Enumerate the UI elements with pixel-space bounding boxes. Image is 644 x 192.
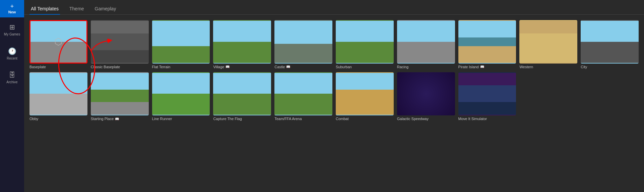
card-thumbnail-team-ffa — [274, 72, 332, 116]
card-thumbnail-suburban — [336, 20, 394, 64]
template-card-city[interactable]: City — [581, 20, 639, 69]
card-label-castle: Castle📖 — [274, 65, 332, 69]
card-thumbnail-capture-flag — [213, 72, 271, 116]
template-card-galactic[interactable]: Galactic Speedway — [397, 72, 455, 121]
book-icon: 📖 — [480, 65, 484, 69]
card-thumbnail-baseplate — [29, 20, 87, 64]
card-label-suburban: Suburban — [336, 65, 394, 69]
card-thumbnail-village — [213, 20, 271, 64]
book-icon: 📖 — [286, 65, 290, 69]
card-label-text: Racing — [397, 65, 408, 69]
card-thumbnail-western — [519, 20, 577, 64]
card-label-text: Capture The Flag — [213, 117, 242, 121]
card-label-baseplate: Baseplate — [29, 65, 87, 69]
card-thumbnail-pirate-island — [458, 20, 516, 64]
card-label-text: Obby — [29, 117, 38, 121]
card-label-text: Castle — [274, 65, 285, 69]
card-label-classic-baseplate: Classic Baseplate — [91, 65, 149, 69]
card-label-racing: Racing — [397, 65, 455, 69]
card-label-text: Western — [519, 65, 533, 69]
template-card-baseplate[interactable]: Baseplate — [29, 20, 87, 69]
tab-all-templates[interactable]: All Templates — [29, 3, 60, 15]
card-thumbnail-obby — [29, 72, 87, 116]
card-label-team-ffa: Team/FFA Arena — [274, 117, 332, 121]
card-label-capture-flag: Capture The Flag — [213, 117, 271, 121]
card-label-text: City — [581, 65, 587, 69]
new-label: New — [8, 10, 16, 14]
clock-icon: 🕐 — [8, 47, 16, 55]
card-label-text: Combat — [336, 117, 349, 121]
card-thumbnail-city — [581, 20, 639, 64]
card-thumbnail-classic-baseplate — [91, 20, 149, 64]
template-grid-row1: BaseplateClassic BaseplateFlat TerrainVi… — [29, 20, 639, 69]
card-label-text: Suburban — [336, 65, 352, 69]
sidebar-item-label: Recent — [7, 57, 17, 60]
card-thumbnail-galactic — [397, 72, 455, 116]
card-label-combat: Combat — [336, 117, 394, 121]
template-card-line-runner[interactable]: Line Runner — [152, 72, 210, 121]
plus-icon: + — [10, 3, 14, 9]
template-card-racing[interactable]: Racing — [397, 20, 455, 69]
card-thumbnail-castle — [274, 20, 332, 64]
main-content: All Templates Theme Gameplay BaseplateCl… — [24, 0, 644, 192]
template-card-move-it[interactable]: Move It Simulator — [458, 72, 516, 121]
card-label-western: Western — [519, 65, 577, 69]
archive-icon: 🗄 — [9, 71, 15, 79]
new-button[interactable]: + New — [0, 0, 24, 17]
card-label-text: Move It Simulator — [458, 117, 487, 121]
book-icon: 📖 — [226, 65, 230, 69]
card-label-text: Pirate Island — [458, 65, 479, 69]
grid-area: BaseplateClassic BaseplateFlat TerrainVi… — [24, 15, 644, 192]
card-label-text: Baseplate — [29, 65, 46, 69]
card-label-flat-terrain: Flat Terrain — [152, 65, 210, 69]
card-label-text: Flat Terrain — [152, 65, 171, 69]
template-card-village[interactable]: Village📖 — [213, 20, 271, 69]
card-thumbnail-starting-place — [91, 72, 149, 116]
grid-container: BaseplateClassic BaseplateFlat TerrainVi… — [29, 20, 639, 121]
tab-gameplay[interactable]: Gameplay — [93, 3, 118, 15]
card-thumbnail-combat — [336, 72, 394, 116]
card-label-text: Village — [213, 65, 224, 69]
card-label-text: Line Runner — [152, 117, 172, 121]
card-thumbnail-racing — [397, 20, 455, 64]
card-label-galactic: Galactic Speedway — [397, 117, 455, 121]
games-icon: ⊞ — [9, 23, 15, 31]
card-thumbnail-line-runner — [152, 72, 210, 116]
tab-bar: All Templates Theme Gameplay — [24, 0, 644, 15]
card-label-text: Galactic Speedway — [397, 117, 429, 121]
template-grid-row2: ObbyStarting Place📖Line RunnerCapture Th… — [29, 72, 639, 121]
template-card-suburban[interactable]: Suburban — [336, 20, 394, 69]
sidebar-item-my-games[interactable]: ⊞ My Games — [0, 17, 24, 41]
template-card-western[interactable]: Western — [519, 20, 577, 69]
sidebar-item-recent[interactable]: 🕐 Recent — [0, 41, 24, 66]
template-card-pirate-island[interactable]: Pirate Island📖 — [458, 20, 516, 69]
template-card-classic-baseplate[interactable]: Classic Baseplate — [91, 20, 149, 69]
card-label-village: Village📖 — [213, 65, 271, 69]
card-label-obby: Obby — [29, 117, 87, 121]
card-label-pirate-island: Pirate Island📖 — [458, 65, 516, 69]
sidebar-item-label: My Games — [4, 32, 20, 36]
card-label-city: City — [581, 65, 639, 69]
template-card-combat[interactable]: Combat — [336, 72, 394, 121]
card-thumbnail-move-it — [458, 72, 516, 116]
template-card-team-ffa[interactable]: Team/FFA Arena — [274, 72, 332, 121]
template-card-obby[interactable]: Obby — [29, 72, 87, 121]
tab-theme[interactable]: Theme — [68, 3, 85, 15]
sidebar-item-label: Archive — [6, 80, 17, 84]
card-label-move-it: Move It Simulator — [458, 117, 516, 121]
template-card-castle[interactable]: Castle📖 — [274, 20, 332, 69]
sidebar: + New ⊞ My Games 🕐 Recent 🗄 Archive — [0, 0, 24, 192]
card-label-line-runner: Line Runner — [152, 117, 210, 121]
card-label-text: Classic Baseplate — [91, 65, 120, 69]
sidebar-item-archive[interactable]: 🗄 Archive — [0, 66, 24, 90]
template-card-starting-place[interactable]: Starting Place📖 — [91, 72, 149, 121]
card-thumbnail-flat-terrain — [152, 20, 210, 64]
card-label-text: Starting Place — [91, 117, 114, 121]
card-label-text: Team/FFA Arena — [274, 117, 302, 121]
template-card-capture-flag[interactable]: Capture The Flag — [213, 72, 271, 121]
card-label-starting-place: Starting Place📖 — [91, 117, 149, 121]
template-card-flat-terrain[interactable]: Flat Terrain — [152, 20, 210, 69]
book-icon: 📖 — [115, 117, 119, 121]
